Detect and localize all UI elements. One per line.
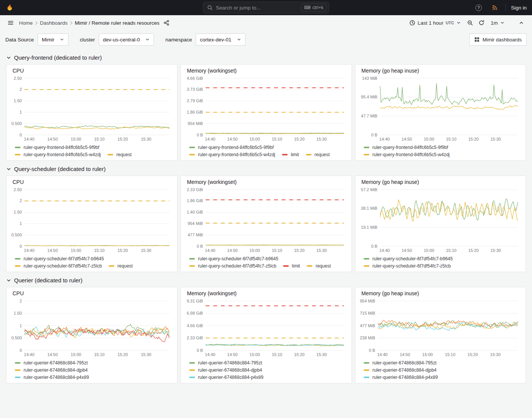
legend-item[interactable]: request: [306, 152, 330, 158]
dashboard-row: Query-frontend (dedicated to ruler)CPU2.…: [0, 49, 532, 161]
series-color-marker: [364, 154, 369, 155]
time-series-chart[interactable]: 57.2 MiB38.1 MiB19.1 MiB0 B14:4014:5015:…: [359, 186, 522, 254]
menu-toggle-button[interactable]: [5, 17, 16, 28]
news-button[interactable]: [489, 2, 500, 13]
legend-item[interactable]: ruler-query-scheduler-6f7df54fc7-z5lcb: [364, 263, 451, 269]
chart-legend: ruler-querier-674868c884-795ztruler-quer…: [10, 358, 173, 380]
grafana-logo[interactable]: [5, 3, 14, 12]
cluster-value: dev-us-central-0: [103, 37, 140, 43]
time-series-chart[interactable]: 954 MiB715 MiB477 MiB238 MiB0 B14:4014:5…: [359, 297, 522, 358]
legend-item[interactable]: ruler-querier-674868c884-795zt: [364, 360, 437, 366]
legend-item[interactable]: request: [109, 263, 133, 269]
panel-title[interactable]: CPU: [10, 67, 173, 74]
svg-text:15:10: 15:10: [272, 248, 282, 253]
time-series-chart[interactable]: 9.31 GiB6.98 GiB4.66 GiB2.33 GiB0 B14:40…: [185, 297, 348, 358]
legend-item[interactable]: ruler-query-frontend-84ffc6b5c5-w4zdj: [364, 152, 450, 158]
svg-text:14:40: 14:40: [24, 137, 35, 141]
svg-text:15:30: 15:30: [141, 137, 152, 141]
svg-text:15:00: 15:00: [250, 352, 260, 357]
help-icon: ?: [475, 5, 482, 11]
mimir-dashboards-button[interactable]: Mimir dashboards: [469, 33, 527, 46]
time-series-chart[interactable]: 2.5021.5010.500014:4014:5015:0015:1015:2…: [10, 186, 173, 254]
svg-text:1: 1: [19, 221, 22, 226]
svg-text:15:00: 15:00: [424, 137, 434, 141]
legend-item[interactable]: ruler-querier-674868c884-djpb4: [15, 367, 88, 373]
legend-item[interactable]: ruler-querier-674868c884-p4x89: [15, 374, 89, 380]
time-series-chart[interactable]: 4.66 GiB3.73 GiB2.79 GiB1.86 GiB954 MiB0…: [185, 74, 348, 142]
sign-in-link[interactable]: Sign in: [511, 5, 527, 11]
collapse-toolbar-button[interactable]: [516, 17, 527, 28]
time-series-chart[interactable]: 21.5010.500014:4014:5015:0015:1015:2015:…: [10, 297, 173, 358]
cluster-dropdown[interactable]: dev-us-central-0: [99, 33, 154, 46]
svg-text:4.66 GiB: 4.66 GiB: [187, 323, 203, 328]
search-input[interactable]: [216, 5, 298, 11]
series-color-marker: [15, 154, 21, 155]
time-series-chart[interactable]: 2.5021.5010.500014:4014:5015:0015:1015:2…: [10, 74, 173, 142]
breadcrumb-dashboards[interactable]: Dashboards: [40, 20, 68, 26]
legend-item[interactable]: ruler-query-frontend-84ffc6b5c5-9f9bf: [364, 144, 448, 150]
legend-item[interactable]: ruler-query-scheduler-6f7df54fc7-z5lcb: [15, 263, 102, 269]
chart-legend: ruler-querier-674868c884-795ztruler-quer…: [185, 358, 348, 380]
panel-cpu: CPU2.5021.5010.500014:4014:5015:0015:101…: [6, 64, 177, 161]
breadcrumb-home[interactable]: Home: [19, 20, 33, 26]
datasource-dropdown[interactable]: Mimir: [38, 33, 68, 46]
chart-legend: ruler-query-scheduler-6f7df54fc7-b9645ru…: [185, 254, 348, 269]
panel-title[interactable]: CPU: [10, 178, 173, 186]
svg-text:15:00: 15:00: [71, 352, 81, 357]
search-bar[interactable]: ⌨ ctrl+k: [203, 2, 329, 14]
panel-title[interactable]: Memory (go heap inuse): [359, 67, 522, 74]
panel-title[interactable]: CPU: [10, 290, 173, 297]
legend-item[interactable]: ruler-querier-674868c884-djpb4: [189, 367, 262, 373]
search-icon: [207, 5, 213, 11]
legend-item[interactable]: ruler-query-scheduler-6f7df54fc7-b9645: [15, 256, 104, 262]
legend-item[interactable]: ruler-query-frontend-84ffc6b5c5-9f9bf: [15, 144, 99, 150]
chart-legend: ruler-query-frontend-84ffc6b5c5-9f9bfrul…: [185, 142, 348, 158]
svg-text:1.86 GiB: 1.86 GiB: [187, 198, 203, 203]
dashboard-row: Querier (dedicated to ruler)CPU21.5010.5…: [0, 272, 532, 383]
panel-title[interactable]: Memory (go heap inuse): [359, 290, 522, 297]
panel-title[interactable]: Memory (workingset): [185, 290, 348, 297]
legend-item[interactable]: ruler-query-frontend-84ffc6b5c5-w4zdj: [189, 152, 275, 158]
time-series-chart[interactable]: 143 MiB95.4 MiB47.7 MiB0 B14:4014:5015:0…: [359, 74, 522, 142]
legend-item[interactable]: ruler-querier-674868c884-djpb4: [364, 367, 437, 373]
row-header-query-frontend-dedicated-to-ruler[interactable]: Query-frontend (dedicated to ruler): [0, 49, 108, 64]
refresh-interval-dropdown[interactable]: 1m: [488, 17, 508, 28]
legend-item[interactable]: ruler-querier-674868c884-p4x89: [189, 374, 263, 380]
legend-item[interactable]: ruler-query-scheduler-6f7df54fc7-z5lcb: [189, 263, 276, 269]
series-name: ruler-query-scheduler-6f7df54fc7-b9645: [198, 256, 278, 262]
panel-title[interactable]: Memory (workingset): [185, 67, 348, 74]
legend-item[interactable]: ruler-querier-674868c884-795zt: [15, 360, 88, 366]
svg-text:954 MiB: 954 MiB: [360, 299, 375, 303]
chevron-down-icon: [60, 37, 64, 42]
row-header-query-scheduler-dedicated-to-ruler[interactable]: Query-scheduler (dedicated to ruler): [0, 161, 112, 176]
legend-item[interactable]: request: [307, 263, 331, 269]
svg-text:0 B: 0 B: [371, 133, 378, 137]
row-header-querier-dedicated-to-ruler[interactable]: Querier (dedicated to ruler): [0, 272, 89, 287]
time-range-picker[interactable]: Last 1 hour UTC: [406, 17, 464, 28]
legend-item[interactable]: ruler-query-scheduler-6f7df54fc7-b9645: [364, 256, 453, 262]
legend-item[interactable]: ruler-querier-674868c884-795zt: [189, 360, 262, 366]
panel-title[interactable]: Memory (workingset): [185, 178, 348, 186]
legend-item[interactable]: limit: [283, 263, 300, 269]
time-series-chart[interactable]: 2.33 GiB1.86 GiB1.40 GiB954 MiB477 MiB0 …: [185, 186, 348, 254]
series-name: ruler-query-scheduler-6f7df54fc7-z5lcb: [24, 263, 102, 269]
keyboard-icon: ⌨: [304, 5, 310, 11]
legend-item[interactable]: ruler-query-frontend-84ffc6b5c5-9f9bf: [189, 144, 274, 150]
legend-item[interactable]: ruler-query-scheduler-6f7df54fc7-b9645: [189, 256, 278, 262]
namespace-dropdown[interactable]: cortex-dev-01: [196, 33, 245, 46]
zoom-out-button[interactable]: [465, 17, 475, 28]
svg-text:9.31 GiB: 9.31 GiB: [187, 299, 203, 303]
svg-text:1.50: 1.50: [14, 98, 22, 103]
legend-item[interactable]: request: [108, 152, 131, 158]
refresh-button[interactable]: [476, 17, 487, 28]
legend-item[interactable]: ruler-query-frontend-84ffc6b5c5-w4zdj: [15, 152, 101, 158]
share-button[interactable]: [161, 17, 172, 28]
legend-item[interactable]: limit: [282, 152, 299, 158]
svg-text:0.500: 0.500: [11, 233, 22, 237]
series-color-marker: [282, 154, 288, 155]
svg-text:0 B: 0 B: [371, 244, 378, 249]
panel-title[interactable]: Memory (go heap inuse): [359, 178, 522, 186]
help-button[interactable]: ?: [473, 2, 484, 13]
svg-text:15:30: 15:30: [491, 248, 501, 253]
legend-item[interactable]: ruler-querier-674868c884-p4x89: [364, 374, 438, 380]
